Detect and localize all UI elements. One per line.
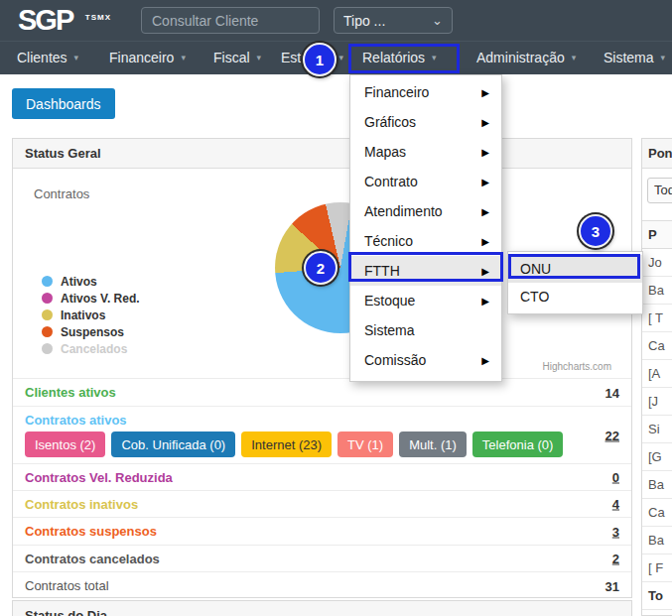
stat-label: Contratos cancelados bbox=[25, 552, 160, 566]
stat-value[interactable]: 4 bbox=[612, 497, 619, 512]
stat-value[interactable]: 22 bbox=[605, 428, 619, 442]
table-row[interactable]: Ba bbox=[642, 471, 672, 499]
legend-dot bbox=[42, 326, 53, 337]
menu-item-contrato[interactable]: Contrato▶ bbox=[350, 167, 501, 196]
type-select[interactable]: Tipo ... ⌄ bbox=[334, 7, 453, 34]
stat-label: Contratos total bbox=[25, 578, 109, 593]
stat-value[interactable]: 0 bbox=[612, 470, 619, 485]
stat-label: Contratos Vel. Reduzida bbox=[25, 470, 173, 485]
menu-item-ftth[interactable]: FTTH▶ bbox=[350, 256, 501, 286]
stat-label: Contratos inativos bbox=[25, 497, 138, 512]
annotation-step-1: 1 bbox=[303, 43, 336, 76]
table-row[interactable]: Ca bbox=[642, 499, 672, 527]
highcharts-watermark: Highcharts.com bbox=[543, 361, 611, 372]
legend-item-inativos[interactable]: Inativos bbox=[42, 307, 140, 323]
stat-value[interactable]: 3 bbox=[612, 524, 619, 539]
dashboards-button[interactable]: Dashboards bbox=[12, 88, 115, 119]
menu-item-comissao[interactable]: Comissão▶ bbox=[350, 345, 501, 375]
stat-row-total: Contratos total 31 bbox=[13, 571, 631, 599]
table-row[interactable]: Jo bbox=[642, 249, 672, 277]
table-row[interactable]: [A bbox=[642, 360, 672, 388]
table-row[interactable]: Si bbox=[642, 416, 672, 443]
table-total-row: To bbox=[642, 582, 672, 610]
menu-item-sistema[interactable]: Sistema bbox=[350, 315, 501, 345]
app-window: SGP TSMX Tipo ... ⌄ Clientes▾ Financeiro… bbox=[0, 0, 672, 616]
submenu-arrow-icon: ▶ bbox=[481, 296, 489, 307]
nav-item-financeiro[interactable]: Financeiro▾ bbox=[109, 42, 186, 74]
type-select-value: Tipo ... bbox=[343, 13, 385, 29]
menu-item-graficos[interactable]: Gráficos▶ bbox=[350, 107, 501, 137]
table-row[interactable]: [G bbox=[642, 443, 672, 471]
chart-title: Contratos bbox=[34, 186, 89, 201]
menu-item-estoque[interactable]: Estoque▶ bbox=[350, 286, 501, 315]
legend-item-suspensos[interactable]: Suspensos bbox=[42, 323, 140, 340]
badge-tv[interactable]: TV (1) bbox=[337, 431, 393, 457]
menu-item-atendimento[interactable]: Atendimento▶ bbox=[350, 196, 501, 226]
caret-down-icon: ▾ bbox=[181, 53, 186, 62]
stat-row-clientes-ativos: Clientes ativos 14 bbox=[13, 378, 631, 406]
badge-isentos[interactable]: Isentos (2) bbox=[25, 431, 105, 457]
nav-item-clientes[interactable]: Clientes▾ bbox=[17, 42, 78, 74]
badge-mult[interactable]: Mult. (1) bbox=[399, 431, 467, 457]
status-dia-panel: Status do Dia bbox=[12, 600, 632, 616]
nav-item-administracao[interactable]: Administração▾ bbox=[476, 42, 576, 74]
relatorios-dropdown-menu: Financeiro▶ Gráficos▶ Mapas▶ Contrato▶ A… bbox=[349, 74, 502, 382]
submenu-arrow-icon: ▶ bbox=[481, 206, 489, 217]
status-dia-title: Status do Dia bbox=[13, 601, 631, 616]
submenu-item-cto[interactable]: CTO bbox=[508, 283, 642, 310]
legend-dot bbox=[42, 276, 53, 287]
submenu-item-onu[interactable]: ONU bbox=[508, 255, 642, 283]
legend-dot bbox=[42, 293, 53, 304]
stat-value: 31 bbox=[605, 578, 619, 593]
badge-cob-unificada[interactable]: Cob. Unificada (0) bbox=[111, 431, 235, 457]
chart-legend: Ativos Ativos V. Red. Inativos Suspensos… bbox=[42, 273, 140, 357]
logo-subtext: TSMX bbox=[85, 1, 111, 35]
app-logo[interactable]: SGP TSMX bbox=[18, 3, 107, 37]
submenu-arrow-icon: ▶ bbox=[481, 236, 489, 247]
nav-item-fiscal[interactable]: Fiscal▾ bbox=[213, 42, 261, 74]
menu-item-tecnico[interactable]: Técnico▶ bbox=[350, 226, 501, 256]
right-side-panel: Pon Tod P Jo Ba [ T Ca [A [J Si [G Ba Ca… bbox=[641, 138, 672, 616]
table-row[interactable]: Ba bbox=[642, 277, 672, 305]
stat-row-inativos: Contratos inativos 4 bbox=[13, 490, 631, 517]
stat-row-cancelados: Contratos cancelados 2 bbox=[13, 545, 631, 571]
stat-label: Contratos ativos bbox=[25, 413, 127, 428]
legend-item-ativos[interactable]: Ativos bbox=[42, 273, 140, 290]
table-row[interactable]: Ca bbox=[642, 332, 672, 360]
submenu-arrow-icon: ▶ bbox=[481, 147, 489, 158]
stat-row-vel-reduzida: Contratos Vel. Reduzida 0 bbox=[13, 463, 631, 490]
legend-item-cancelados[interactable]: Cancelados bbox=[42, 340, 140, 357]
top-header: SGP TSMX Tipo ... ⌄ bbox=[0, 0, 672, 41]
right-panel-filter-select[interactable]: Tod bbox=[647, 178, 672, 203]
legend-dot bbox=[42, 343, 53, 354]
right-panel-table: P Jo Ba [ T Ca [A [J Si [G Ba Ca Ba [ F … bbox=[642, 220, 672, 610]
stat-value[interactable]: 2 bbox=[612, 552, 619, 566]
stat-label: Clientes ativos bbox=[25, 385, 116, 400]
annotation-step-3: 3 bbox=[579, 214, 612, 248]
submenu-arrow-icon: ▶ bbox=[481, 177, 489, 187]
menu-item-financeiro[interactable]: Financeiro▶ bbox=[350, 77, 501, 107]
table-row[interactable]: [J bbox=[642, 388, 672, 416]
search-input[interactable] bbox=[141, 7, 320, 34]
badge-telefonia[interactable]: Telefonia (0) bbox=[472, 431, 564, 457]
table-row[interactable]: [ T bbox=[642, 305, 672, 332]
badge-internet[interactable]: Internet (23) bbox=[241, 431, 332, 457]
caret-down-icon: ▾ bbox=[338, 53, 343, 62]
legend-item-ativos-v-red[interactable]: Ativos V. Red. bbox=[42, 290, 140, 307]
menu-item-mapas[interactable]: Mapas▶ bbox=[350, 137, 501, 167]
table-row[interactable]: Ba bbox=[642, 527, 672, 554]
stat-label: Contratos suspensos bbox=[25, 524, 157, 539]
table-row[interactable]: [ F bbox=[642, 554, 672, 582]
status-geral-title: Status Geral bbox=[13, 139, 631, 169]
stat-row-suspensos: Contratos suspensos 3 bbox=[13, 517, 631, 545]
table-column-header: P bbox=[642, 221, 672, 249]
right-panel-title: Pon bbox=[642, 139, 672, 169]
logo-text: SGP bbox=[18, 4, 72, 36]
annotation-step-2: 2 bbox=[304, 251, 337, 285]
nav-item-sistema[interactable]: Sistema▾ bbox=[604, 42, 665, 74]
ftth-submenu: ONU CTO bbox=[507, 251, 643, 314]
contract-type-badges: Isentos (2) Cob. Unificada (0) Internet … bbox=[25, 431, 563, 457]
nav-item-relatorios[interactable]: Relatórios▾ bbox=[362, 42, 437, 74]
stat-value[interactable]: 14 bbox=[605, 385, 619, 400]
chevron-down-icon: ⌄ bbox=[432, 16, 443, 26]
